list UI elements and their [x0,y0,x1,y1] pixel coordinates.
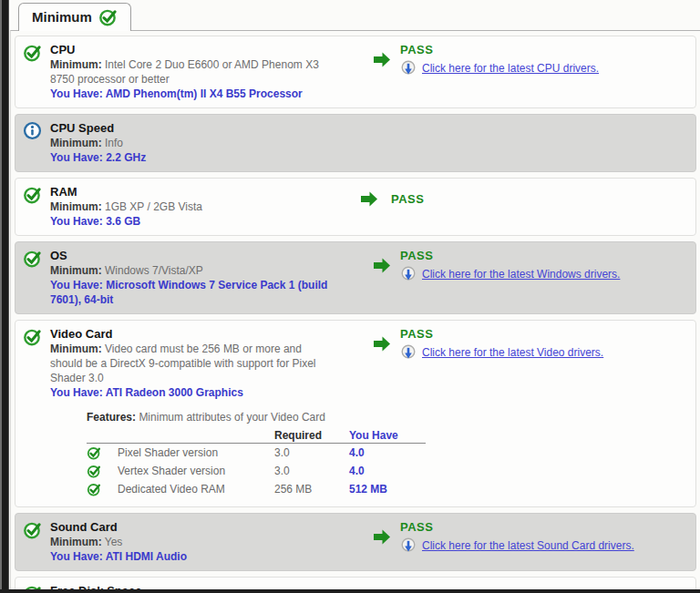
section-title: CPU [50,42,335,57]
download-icon[interactable] [400,344,417,361]
you-have-label: You Have: [50,386,103,399]
status-pass-badge: PASS [400,327,603,341]
minimum-line: Minimum: Video card must be 256 MB or mo… [50,342,335,385]
pass-check-icon [23,248,50,268]
section-title: Sound Card [50,519,335,535]
you-have-label: You Have: [50,279,103,291]
minimum-line: Minimum: Yes [50,535,335,549]
you-have-label: You Have: [50,550,103,563]
feature-you-have: 4.0 [349,446,426,459]
minimum-label: Minimum: [50,200,102,213]
download-icon[interactable] [400,60,417,77]
you-have-line: You Have: Microsoft Windows 7 Service Pa… [50,278,335,307]
section-title: RAM [50,184,335,199]
minimum-label: Minimum: [50,264,102,277]
you-have-label: You Have: [50,215,103,228]
section-title: CPU Speed [50,120,335,136]
you-have-line: You Have: 2.2 GHz [50,150,335,165]
download-icon[interactable] [400,266,417,282]
minimum-line: Minimum: Intel Core 2 Duo E6600 or AMD P… [50,57,335,87]
you-have-value: ATI Radeon 3000 Graphics [106,386,243,399]
green-arrow-icon [373,257,391,274]
green-arrow-icon [373,528,391,546]
download-icon[interactable] [400,537,417,554]
section-title: OS [50,248,335,263]
feature-you-have: 512 MB [349,483,426,496]
features-label: Features: [87,411,136,424]
column-header-required: Required [274,429,349,442]
you-have-label: You Have: [50,87,103,100]
status-pass-badge: PASS [400,249,620,262]
cpu-drivers-link[interactable]: Click here for the latest CPU drivers. [422,62,599,75]
you-have-line: You Have: ATI HDMI Audio [50,549,335,564]
status-area: PASS Click here for the latest Windows d… [373,249,620,282]
feature-row-dedicated-vram: Dedicated Video RAM 256 MB 512 MB [87,480,426,498]
minimum-value: 1GB XP / 2GB Vista [105,200,202,213]
features-header-row: Required You Have [87,427,426,444]
screenshot-bottom-edge [0,589,700,593]
green-arrow-icon [360,190,378,208]
feature-you-have: 4.0 [349,465,426,477]
section-video-card: Video Card Minimum: Video card must be 2… [15,320,696,507]
minimum-value: Yes [105,536,123,548]
minimum-line: Minimum: 1GB XP / 2GB Vista [50,199,335,214]
video-drivers-link[interactable]: Click here for the latest Video drivers. [422,346,603,359]
you-have-label: You Have: [50,151,103,164]
status-pass-badge: PASS [400,520,634,534]
feature-name: Dedicated Video RAM [118,483,274,496]
status-area: PASS Click here for the latest Video dri… [373,327,603,361]
you-have-line: You Have: 3.6 GB [50,214,335,229]
section-ram: RAM Minimum: 1GB XP / 2GB Vista You Have… [15,178,696,236]
status-area: PASS Click here for the latest Sound Car… [373,520,634,554]
pass-check-icon [23,42,50,62]
info-icon [23,120,50,140]
you-have-value: AMD Phenom(tm) II X4 B55 Processor [106,87,303,100]
section-cpu-speed: CPU Speed Minimum: Info You Have: 2.2 GH… [15,114,696,172]
status-area: PASS [360,190,424,208]
section-sound-card: Sound Card Minimum: Yes You Have: ATI HD… [15,513,696,571]
requirements-panel: CPU Minimum: Intel Core 2 Duo E6600 or A… [10,30,700,589]
minimum-label: Minimum: [50,58,102,71]
minimum-value: Info [105,137,123,149]
sound-card-drivers-link[interactable]: Click here for the latest Sound Card dri… [422,539,634,552]
features-note: Minimum attributes of your Video Card [139,411,325,424]
video-features-table: Features: Minimum attributes of your Vid… [87,411,426,498]
feature-name: Pixel Shader version [118,446,274,459]
status-pass-badge: PASS [391,192,424,206]
status-area: PASS Click here for the latest CPU drive… [373,43,599,77]
minimum-line: Minimum: Windows 7/Vista/XP [50,263,335,278]
pass-check-icon [98,7,118,26]
pass-check-icon [87,445,118,460]
pass-check-icon [87,464,118,478]
features-caption: Features: Minimum attributes of your Vid… [87,411,426,424]
pass-check-icon [87,482,118,496]
section-cpu: CPU Minimum: Intel Core 2 Duo E6600 or A… [15,36,696,108]
you-have-line: You Have: AMD Phenom(tm) II X4 B55 Proce… [50,87,335,101]
feature-required: 3.0 [274,465,349,477]
tab-minimum-label: Minimum [32,9,92,25]
tab-minimum[interactable]: Minimum [18,3,131,31]
column-header-you-have: You Have [349,429,426,442]
minimum-line: Minimum: Info [50,136,335,150]
feature-required: 3.0 [274,446,349,459]
feature-row-vertex-shader: Vertex Shader version 3.0 4.0 [87,462,426,480]
minimum-label: Minimum: [50,137,102,149]
feature-row-pixel-shader: Pixel Shader version 3.0 4.0 [87,444,426,462]
you-have-line: You Have: ATI Radeon 3000 Graphics [50,385,335,400]
feature-name: Vertex Shader version [118,465,274,477]
green-arrow-icon [373,335,391,353]
you-have-value: 2.2 GHz [106,151,146,164]
minimum-label: Minimum: [50,343,102,355]
windows-drivers-link[interactable]: Click here for the latest Windows driver… [422,268,620,281]
pass-check-icon [23,519,50,539]
status-pass-badge: PASS [400,43,599,56]
green-arrow-icon [373,51,391,68]
section-title: Video Card [50,326,335,342]
you-have-value: 3.6 GB [106,215,140,228]
feature-required: 256 MB [274,483,349,496]
section-os: OS Minimum: Windows 7/Vista/XP You Have:… [15,241,696,314]
screenshot-left-edge [0,0,9,593]
minimum-label: Minimum: [50,536,102,548]
pass-check-icon [23,184,50,204]
pass-check-icon [23,326,50,346]
